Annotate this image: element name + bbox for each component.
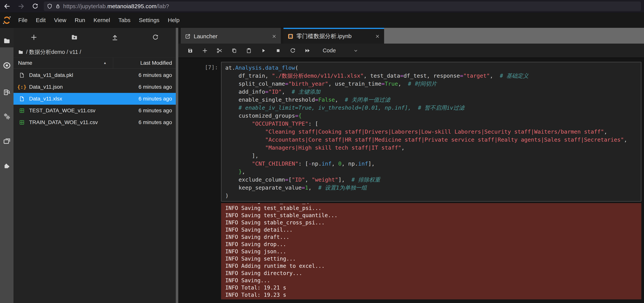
menu-edit[interactable]: Edit: [32, 13, 50, 28]
shield-icon[interactable]: [47, 4, 52, 9]
stderr-output[interactable]: INFO Saving train_stable_quantile...INFO…: [221, 203, 641, 300]
running-kernels-icon[interactable]: [3, 62, 11, 69]
menu-run[interactable]: Run: [70, 13, 90, 28]
code-line[interactable]: "Cleaning staff|Cooking staff|Drivers|La…: [225, 128, 641, 136]
code-line[interactable]: enable_single_threshold=False, # 关闭单一值过滤: [225, 96, 641, 104]
settings-gears-icon[interactable]: [3, 113, 10, 120]
extension-manager-icon[interactable]: [3, 162, 10, 170]
close-tab-icon[interactable]: [272, 34, 277, 39]
add-cell-button[interactable]: [198, 48, 212, 54]
menu-file[interactable]: File: [14, 13, 32, 28]
file-browser-panel: / 数据分析demo / v11 / Name ▲ Last Modified …: [14, 28, 176, 303]
code-line[interactable]: df_train, "./数据分析demo/v11/v11.xlsx", tes…: [225, 72, 641, 80]
cut-cells-button[interactable]: [212, 48, 227, 54]
code-line[interactable]: add_info="ID", # 主键添加: [225, 88, 641, 96]
code-line[interactable]: customized_groups={: [225, 112, 641, 120]
paste-cells-button[interactable]: [242, 48, 256, 54]
column-header-last-modified[interactable]: Last Modified: [113, 58, 176, 68]
code-editor[interactable]: at.Analysis.data_flow( df_train, "./数据分析…: [221, 62, 641, 202]
launcher-icon: [185, 34, 191, 39]
code-line[interactable]: exclude_column=["ID", "weight"], # 排除权重: [225, 176, 641, 184]
output-line: INFO Saving test_stable_psi...: [225, 204, 641, 212]
execution-prompt: [7]:: [178, 62, 221, 202]
cell-type-dropdown[interactable]: Code: [323, 48, 358, 54]
app-logo-icon: [2, 16, 12, 25]
output-line-clipped: INFO Saving train_stable_quantile...: [225, 203, 641, 204]
code-line[interactable]: keep_separate_value=1, # 设置1为单独一组: [225, 184, 641, 192]
reload-icon: [32, 3, 38, 10]
file-name: Data_v11.xlsx: [29, 96, 62, 102]
copy-cells-button[interactable]: [227, 48, 242, 54]
cell-output: INFO Saving train_stable_quantile...INFO…: [178, 203, 644, 300]
output-line: INFO Saving...: [225, 277, 641, 284]
file-file-icon: [18, 96, 25, 102]
code-line[interactable]: # enable_iv_limit=True, iv_threshold=[0.…: [225, 104, 641, 112]
sort-ascending-icon[interactable]: ▲: [103, 61, 106, 65]
code-line[interactable]: split_col_name="birth_year", use_train_t…: [225, 80, 641, 88]
run-button[interactable]: [256, 48, 271, 53]
csv-file-icon: [18, 108, 25, 114]
jupyterlab-menu-bar: FileEditViewRunKernelTabsSettingsHelp: [0, 13, 644, 28]
menu-help[interactable]: Help: [164, 13, 184, 28]
close-tab-icon[interactable]: [375, 34, 380, 39]
output-line: INFO Saving setting...: [225, 255, 641, 262]
output-line: INFO Saving drop...: [225, 241, 641, 248]
column-header-name[interactable]: Name ▲: [14, 58, 113, 68]
upload-button[interactable]: [95, 34, 135, 41]
run-all-button[interactable]: [300, 48, 315, 54]
code-line[interactable]: at.Analysis.data_flow(: [225, 64, 641, 72]
file-modified-time: 6 minutes ago: [138, 108, 176, 114]
browser-forward-button[interactable]: [14, 3, 28, 10]
refresh-button[interactable]: [135, 34, 176, 40]
notebook-toolbar: Code: [178, 44, 644, 58]
file-row[interactable]: {:}Data_v11.json6 minutes ago: [14, 81, 176, 93]
property-inspector-icon[interactable]: [3, 89, 10, 96]
new-folder-button[interactable]: [54, 34, 94, 41]
code-line[interactable]: ],: [225, 152, 641, 160]
menu-settings[interactable]: Settings: [135, 13, 164, 28]
dock-tab-bar: Launcher 零门槛数据分析.ipynb: [178, 28, 644, 44]
save-button[interactable]: [183, 48, 198, 54]
stop-button[interactable]: [271, 48, 286, 53]
file-row[interactable]: TEST_DATA_WOE_v11.csv6 minutes ago: [14, 105, 176, 116]
notebook-scroll-area[interactable]: [7]: at.Analysis.data_flow( df_train, ".…: [178, 58, 644, 303]
menu-items: FileEditViewRunKernelTabsSettingsHelp: [14, 13, 184, 28]
browser-back-button[interactable]: [0, 3, 14, 10]
output-line: INFO Saving draft...: [225, 234, 641, 241]
menu-kernel[interactable]: Kernel: [90, 13, 114, 28]
code-line[interactable]: },: [225, 168, 641, 176]
code-line[interactable]: "Managers|High skill tech staff|IT staff…: [225, 144, 641, 152]
notebook-icon: [288, 34, 293, 39]
main-dock-panel: Launcher 零门槛数据分析.ipynb: [178, 28, 644, 303]
url-bar[interactable]: https://jupyterlab.metanoia8295.com/lab?: [44, 2, 641, 11]
output-line: INFO Total: 19.23 s: [225, 292, 641, 298]
output-prompt-spacer: [178, 203, 221, 300]
breadcrumb[interactable]: / 数据分析demo / v11 /: [14, 47, 176, 58]
code-line[interactable]: "OCCUPATION_TYPE": [: [225, 120, 641, 128]
file-row[interactable]: TRAIN_DATA_WOE_v11.csv6 minutes ago: [14, 116, 176, 128]
new-launcher-button[interactable]: [14, 34, 54, 41]
url-text: https://jupyterlab.metanoia8295.com/lab?: [63, 3, 169, 10]
restart-kernel-button[interactable]: [286, 48, 300, 54]
sessions-window-icon[interactable]: [3, 138, 11, 145]
folder-icon[interactable]: [18, 50, 24, 55]
menu-view[interactable]: View: [50, 13, 70, 28]
new-folder-icon: [71, 34, 78, 41]
code-line[interactable]: "CNT_CHILDREN": [-np.inf, 0, np.inf],: [225, 160, 641, 168]
file-row[interactable]: Data_v11.xlsx6 minutes ago: [14, 93, 176, 105]
file-row[interactable]: Data_v11_data.pkl6 minutes ago: [14, 69, 176, 81]
lock-icon: [55, 4, 60, 9]
panel-resize-handle[interactable]: [176, 28, 178, 303]
refresh-icon: [152, 34, 159, 40]
tab-launcher[interactable]: Launcher: [181, 28, 281, 44]
back-arrow-icon: [4, 3, 10, 10]
output-line: INFO Total: 19.21 s: [225, 284, 641, 292]
menu-tabs[interactable]: Tabs: [114, 13, 134, 28]
tab-notebook[interactable]: 零门槛数据分析.ipynb: [284, 28, 384, 44]
browser-reload-button[interactable]: [28, 3, 42, 10]
code-line[interactable]: ): [225, 192, 641, 200]
file-browser-icon[interactable]: [3, 37, 10, 44]
code-line[interactable]: "Accountants|Core staff|HR staff|Medicin…: [225, 136, 641, 144]
breadcrumb-path[interactable]: / 数据分析demo / v11 /: [26, 48, 81, 56]
browser-chrome: https://jupyterlab.metanoia8295.com/lab?: [0, 0, 644, 13]
